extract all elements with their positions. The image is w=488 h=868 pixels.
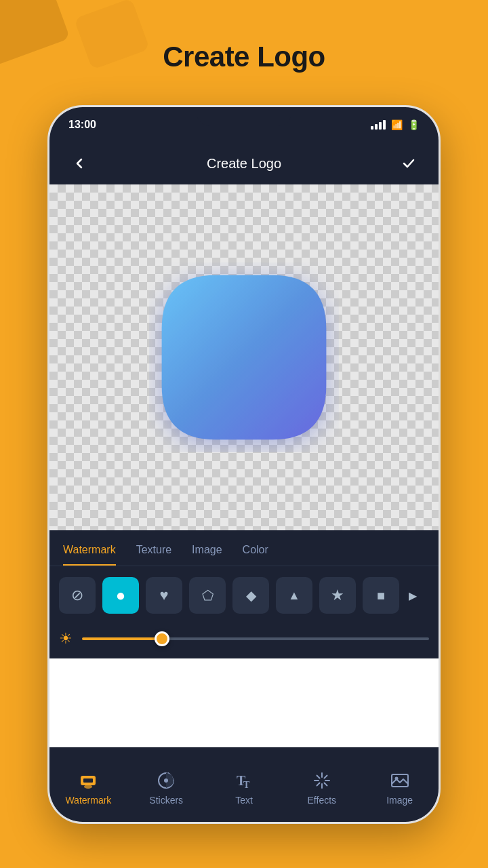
phone-mockup: 13:00 📶 🔋 Create Logo [47,105,441,824]
shape-pentagon[interactable]: ⬠ [189,577,226,614]
shape-diamond[interactable]: ◆ [232,577,269,614]
tabs-row: Watermark Texture Image Color [49,530,439,566]
effects-icon [312,770,332,791]
svg-point-2 [84,785,92,789]
canvas-area[interactable] [49,184,439,530]
circle-icon: ● [116,586,126,605]
confirm-button[interactable] [395,150,422,177]
tab-color[interactable]: Color [243,544,268,566]
status-time: 13:00 [68,119,96,131]
notch [197,107,291,126]
tab-image[interactable]: Image [192,544,222,566]
tab-watermark[interactable]: Watermark [63,544,116,566]
shape-square[interactable]: ■ [363,577,399,614]
nav-item-effects[interactable]: Effects [283,764,361,806]
svg-line-10 [317,776,319,778]
svg-line-11 [324,783,327,786]
watermark-icon [78,770,98,791]
star-icon: ★ [331,587,344,604]
shape-star[interactable]: ★ [319,577,356,614]
svg-point-3 [164,778,168,783]
shape-triangle[interactable]: ▲ [276,577,312,614]
page-title: Create Logo [0,41,488,73]
shapes-row: ⊘ ● ♥ ⬠ ◆ ▲ ★ ■ ▶ [49,566,439,625]
svg-rect-1 [83,778,93,783]
back-button[interactable] [66,150,93,177]
nav-item-watermark[interactable]: Watermark [49,764,127,806]
bottom-nav: Watermark Stickers T T Text [49,747,439,822]
pentagon-icon: ⬠ [202,587,214,604]
diamond-icon: ◆ [246,587,256,604]
svg-line-13 [317,783,319,786]
brightness-slider[interactable] [82,637,429,640]
app-header: Create Logo [49,142,439,184]
wifi-icon: 📶 [391,119,403,130]
square-icon: ■ [377,588,385,604]
triangle-icon: ▲ [288,589,300,603]
shape-circle[interactable]: ● [102,577,139,614]
shape-heart[interactable]: ♥ [146,577,182,614]
status-bar: 13:00 📶 🔋 [49,107,439,142]
nav-item-stickers[interactable]: Stickers [127,764,205,806]
logo-shape [149,262,339,452]
tab-texture[interactable]: Texture [136,544,171,566]
nav-label-stickers: Stickers [149,795,183,806]
ban-icon: ⊘ [71,587,83,604]
nav-item-image[interactable]: Image [361,764,439,806]
header-title: Create Logo [207,156,281,172]
bottom-panel: Watermark Texture Image Color ⊘ ● ♥ ⬠ ◆ … [49,530,439,658]
more-shapes-btn[interactable]: ▶ [406,589,420,602]
nav-label-text: Text [235,795,253,806]
heart-icon: ♥ [159,587,168,604]
nav-label-watermark: Watermark [65,795,111,806]
shape-ban[interactable]: ⊘ [59,577,96,614]
text-icon: T T [234,770,254,791]
slider-row: ☀ [49,625,439,658]
nav-item-text[interactable]: T T Text [205,764,283,806]
svg-line-12 [324,776,327,778]
stickers-icon [156,770,176,791]
slider-thumb[interactable] [155,631,169,646]
nav-label-effects: Effects [308,795,337,806]
nav-label-image: Image [386,795,413,806]
status-icons: 📶 🔋 [371,119,420,130]
brightness-icon: ☀ [59,630,73,648]
signal-bars-icon [371,120,386,130]
battery-icon: 🔋 [408,119,420,130]
svg-text:T: T [243,780,250,790]
image-icon [390,770,410,791]
